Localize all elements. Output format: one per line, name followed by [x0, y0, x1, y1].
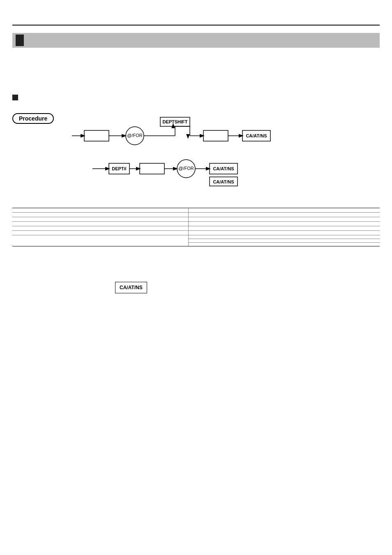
procedure-area: Procedure @/FOR DEPTSHIFT CA/AT/NS: [12, 109, 380, 204]
svg-text:DEPT#: DEPT#: [112, 166, 126, 171]
procedure-badge: Procedure: [12, 113, 54, 124]
table-row: [12, 208, 380, 213]
data-table: [12, 208, 380, 246]
table-cell-left: [12, 222, 189, 226]
svg-text:CA/AT/NS: CA/AT/NS: [213, 166, 234, 171]
section-header-block: [16, 35, 24, 46]
sub-entry: [189, 235, 380, 239]
table-row: [12, 226, 380, 231]
table-cell-left: [12, 231, 189, 235]
svg-rect-1: [84, 130, 109, 141]
svg-text:CA/AT/NS: CA/AT/NS: [213, 179, 234, 184]
table-cell-right: [189, 208, 380, 212]
table-cell-right: [189, 226, 380, 230]
table-row: [12, 222, 380, 226]
svg-rect-20: [140, 163, 164, 174]
table-cell-right: [189, 213, 380, 217]
table-cell-right: [189, 231, 380, 235]
svg-text:DEPTSHIFT: DEPTSHIFT: [162, 119, 187, 124]
caatns-bottom-key: CA/AT/NS: [115, 282, 147, 293]
table-row: [12, 213, 380, 217]
svg-rect-12: [203, 130, 228, 141]
sub-entry: [189, 239, 380, 243]
table-cell-right: [189, 217, 380, 221]
bullet-icon: [12, 95, 18, 100]
top-divider: [12, 25, 380, 26]
sub-entry: [189, 243, 380, 246]
table-cell-left: [12, 235, 189, 246]
svg-text:@/FOR: @/FOR: [178, 166, 194, 171]
svg-text:@/FOR: @/FOR: [127, 133, 142, 138]
svg-text:CA/AT/NS: CA/AT/NS: [246, 133, 267, 138]
table-cell-left: [12, 213, 189, 217]
table-row: [12, 217, 380, 222]
body-text: [12, 53, 380, 88]
table-cell-right-multi: [189, 235, 380, 246]
flow-diagram: @/FOR DEPTSHIFT CA/AT/NS DEPT#: [12, 109, 374, 204]
table-cell-right: [189, 222, 380, 226]
table-row: [12, 235, 380, 246]
table-cell-left: [12, 208, 189, 212]
bottom-text: CA/AT/NS: [12, 255, 380, 293]
table-row: [12, 231, 380, 235]
table-cell-left: [12, 217, 189, 221]
section-header: [12, 33, 380, 48]
table-cell-left: [12, 226, 189, 230]
